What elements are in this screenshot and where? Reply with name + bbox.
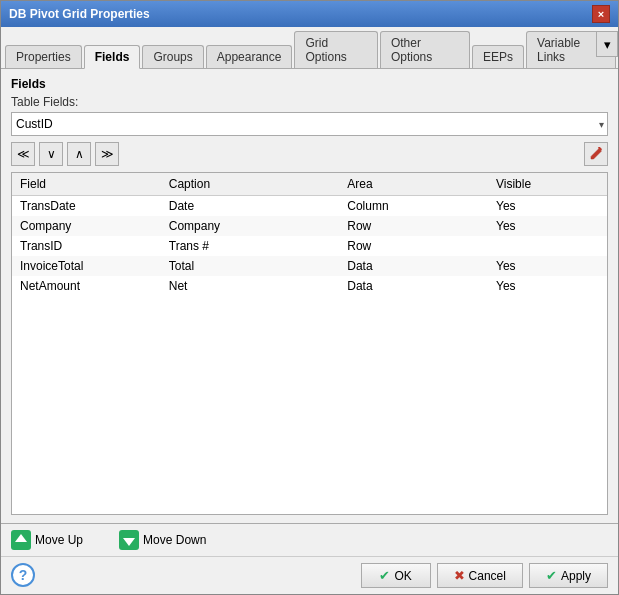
cell-caption: Date	[161, 196, 340, 217]
cancel-button[interactable]: ✖ Cancel	[437, 563, 523, 588]
help-icon: ?	[19, 567, 28, 583]
move-next-button[interactable]: ∧	[67, 142, 91, 166]
move-prev-icon: ∨	[47, 147, 56, 161]
tab-appearance[interactable]: Appearance	[206, 45, 293, 68]
field-toolbar: ≪ ∨ ∧ ≫	[11, 142, 608, 166]
cell-area: Column	[339, 196, 488, 217]
help-button[interactable]: ?	[11, 563, 35, 587]
title-bar: DB Pivot Grid Properties ×	[1, 1, 618, 27]
table-fields-select[interactable]: CustID	[11, 112, 608, 136]
fields-table-container: Field Caption Area Visible TransDate Dat…	[11, 172, 608, 515]
move-next-icon: ∧	[75, 147, 84, 161]
tab-grid-options[interactable]: Grid Options	[294, 31, 377, 68]
bottom-bar: Move Up Move Down	[1, 523, 618, 556]
cell-visible: Yes	[488, 216, 607, 236]
move-first-icon: ≪	[17, 147, 30, 161]
col-header-field: Field	[12, 173, 161, 196]
col-header-visible: Visible	[488, 173, 607, 196]
cancel-x-icon: ✖	[454, 568, 465, 583]
cell-field: Company	[12, 216, 161, 236]
cell-caption: Trans #	[161, 236, 340, 256]
tab-bar: Properties Fields Groups Appearance Grid…	[1, 27, 618, 69]
cell-caption: Total	[161, 256, 340, 276]
tab-groups[interactable]: Groups	[142, 45, 203, 68]
content-area: Fields Table Fields: CustID ▾ ≪ ∨ ∧ ≫	[1, 69, 618, 523]
col-header-area: Area	[339, 173, 488, 196]
cell-caption: Company	[161, 216, 340, 236]
move-down-icon	[119, 530, 139, 550]
move-prev-button[interactable]: ∨	[39, 142, 63, 166]
table-row[interactable]: Company Company Row Yes	[12, 216, 607, 236]
table-fields-label: Table Fields:	[11, 95, 608, 109]
footer: ? ✔ OK ✖ Cancel ✔ Apply	[1, 556, 618, 594]
col-header-caption: Caption	[161, 173, 340, 196]
apply-button[interactable]: ✔ Apply	[529, 563, 608, 588]
cell-visible	[488, 236, 607, 256]
cell-field: TransID	[12, 236, 161, 256]
move-last-icon: ≫	[101, 147, 114, 161]
cell-area: Row	[339, 236, 488, 256]
table-row[interactable]: NetAmount Net Data Yes	[12, 276, 607, 296]
move-last-button[interactable]: ≫	[95, 142, 119, 166]
cell-area: Data	[339, 276, 488, 296]
move-down-label: Move Down	[143, 533, 206, 547]
pencil-icon	[589, 147, 603, 161]
close-button[interactable]: ×	[592, 5, 610, 23]
table-header-row: Field Caption Area Visible	[12, 173, 607, 196]
apply-label: Apply	[561, 569, 591, 583]
cell-area: Data	[339, 256, 488, 276]
dialog-title: DB Pivot Grid Properties	[9, 7, 150, 21]
edit-button[interactable]	[584, 142, 608, 166]
move-up-label: Move Up	[35, 533, 83, 547]
table-row[interactable]: TransID Trans # Row	[12, 236, 607, 256]
dialog: DB Pivot Grid Properties × Properties Fi…	[0, 0, 619, 595]
cell-visible: Yes	[488, 276, 607, 296]
apply-check-icon: ✔	[546, 568, 557, 583]
move-up-button[interactable]: Move Up	[11, 530, 83, 550]
cell-area: Row	[339, 216, 488, 236]
cancel-label: Cancel	[469, 569, 506, 583]
cell-caption: Net	[161, 276, 340, 296]
tab-eeps[interactable]: EEPs	[472, 45, 524, 68]
fields-table: Field Caption Area Visible TransDate Dat…	[12, 173, 607, 296]
tab-fields[interactable]: Fields	[84, 45, 141, 69]
section-title: Fields	[11, 77, 608, 91]
cell-field: TransDate	[12, 196, 161, 217]
cell-field: InvoiceTotal	[12, 256, 161, 276]
table-body: TransDate Date Column Yes Company Compan…	[12, 196, 607, 297]
tab-other-options[interactable]: Other Options	[380, 31, 470, 68]
table-fields-dropdown-wrapper: CustID ▾	[11, 112, 608, 136]
table-row[interactable]: TransDate Date Column Yes	[12, 196, 607, 217]
footer-spacer	[41, 563, 355, 588]
ok-check-icon: ✔	[379, 568, 390, 583]
tab-dropdown-button[interactable]: ▾	[596, 31, 618, 57]
ok-label: OK	[394, 569, 411, 583]
move-up-icon	[11, 530, 31, 550]
cell-visible: Yes	[488, 196, 607, 217]
tab-properties[interactable]: Properties	[5, 45, 82, 68]
move-down-button[interactable]: Move Down	[119, 530, 206, 550]
table-row[interactable]: InvoiceTotal Total Data Yes	[12, 256, 607, 276]
cell-visible: Yes	[488, 256, 607, 276]
move-first-button[interactable]: ≪	[11, 142, 35, 166]
cell-field: NetAmount	[12, 276, 161, 296]
ok-button[interactable]: ✔ OK	[361, 563, 431, 588]
